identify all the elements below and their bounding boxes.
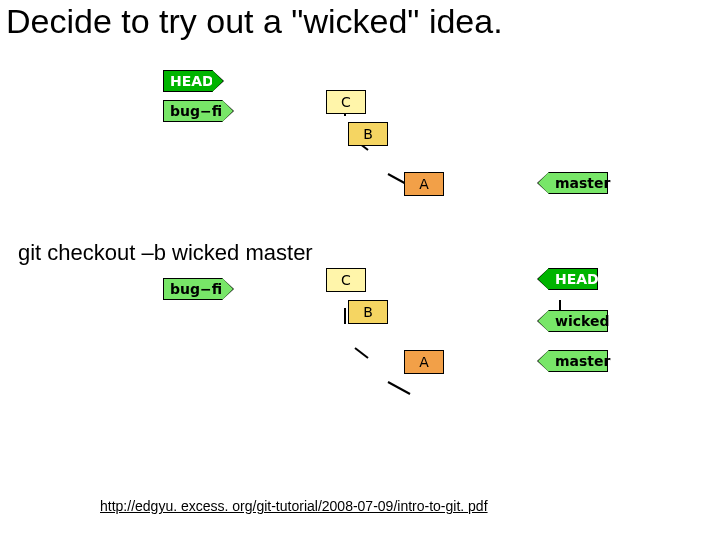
commit-a-label: A	[419, 176, 429, 192]
commit-b: B	[348, 122, 388, 146]
commit-c-label: C	[341, 94, 351, 110]
diagram-before: HEAD bug−fi C B A master	[0, 70, 720, 210]
footer-link[interactable]: http://edgyu. excess. org/git-tutorial/2…	[100, 498, 488, 514]
commit-b-label-2: B	[363, 304, 373, 320]
head-tag-2: HEAD	[548, 268, 598, 290]
bugfix-label-2: bug−fi	[170, 281, 222, 297]
head-tag: HEAD	[163, 70, 213, 92]
commit-b-label: B	[363, 126, 373, 142]
svg-line-5	[388, 382, 410, 394]
head-label-2: HEAD	[555, 271, 599, 287]
commit-c-2: C	[326, 268, 366, 292]
branch-master-2: master	[548, 350, 608, 372]
wicked-label: wicked	[555, 313, 609, 329]
master-label: master	[555, 175, 610, 191]
commit-a-2: A	[404, 350, 444, 374]
command-text: git checkout –b wicked master	[18, 240, 313, 266]
svg-line-4	[355, 348, 368, 358]
diagram-after: bug−fi C B A HEAD wicked master	[0, 278, 720, 428]
commit-a-label-2: A	[419, 354, 429, 370]
head-label: HEAD	[170, 73, 214, 89]
commit-a: A	[404, 172, 444, 196]
bugfix-label: bug−fi	[170, 103, 222, 119]
branch-bugfix-2: bug−fi	[163, 278, 223, 300]
master-label-2: master	[555, 353, 610, 369]
commit-b-2: B	[348, 300, 388, 324]
branch-bugfix: bug−fi	[163, 100, 223, 122]
branch-master: master	[548, 172, 608, 194]
commit-c-label-2: C	[341, 272, 351, 288]
page-title: Decide to try out a "wicked" idea.	[6, 2, 503, 41]
branch-wicked: wicked	[548, 310, 608, 332]
commit-c: C	[326, 90, 366, 114]
